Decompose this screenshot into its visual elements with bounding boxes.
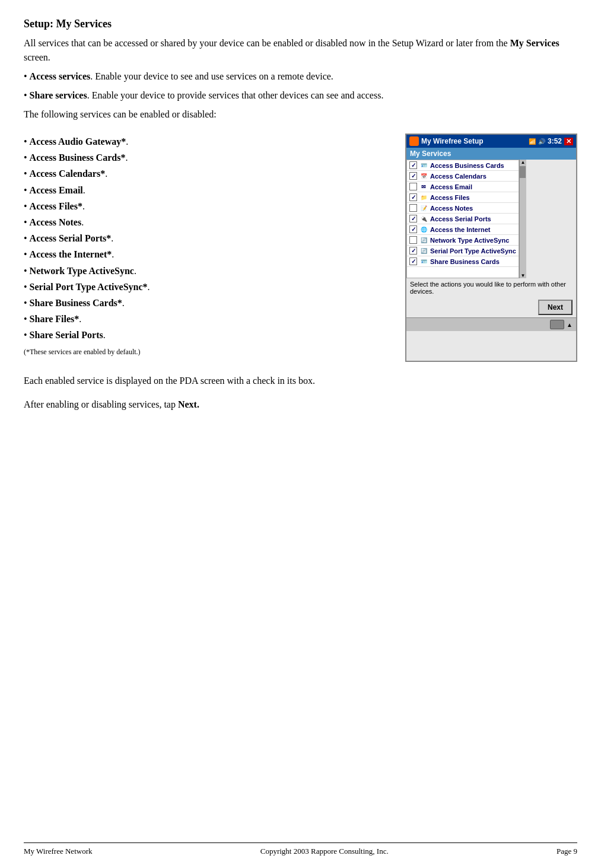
content-area: Access Audio Gateway*.Access Business Ca… bbox=[24, 133, 577, 362]
pda-titlebar-left: My Wirefree Setup bbox=[409, 136, 484, 146]
pda-item-icon-8: 🔄 bbox=[419, 247, 428, 255]
pda-item-label-8: Serial Port Type ActiveSync bbox=[430, 247, 516, 255]
service-bullet-item-2: Access Calendars*. bbox=[24, 166, 393, 182]
pda-item-label-2: Access Email bbox=[430, 183, 472, 190]
my-services-bold: My Services bbox=[510, 38, 559, 48]
service-bullet-item-6: Access Serial Ports*. bbox=[24, 230, 393, 246]
pda-volume-icon: 🔊 bbox=[538, 138, 545, 145]
pda-item-icon-5: 🔌 bbox=[419, 215, 428, 222]
next-bold: Next. bbox=[178, 399, 199, 409]
service-bullet-item-10: Share Business Cards*. bbox=[24, 295, 393, 311]
access-services-label: Access services bbox=[30, 71, 91, 81]
service-bullet-item-8: Network Type ActiveSync. bbox=[24, 263, 393, 279]
pda-screen: My Wirefree Setup 📶 🔊 3:52 ✕ My Services… bbox=[405, 133, 577, 362]
after-text-paragraph: After enabling or disabling services, ta… bbox=[24, 398, 577, 412]
pda-item-label-9: Share Business Cards bbox=[430, 258, 500, 265]
pda-item-label-4: Access Notes bbox=[430, 205, 473, 212]
access-services-text: . Enable your device to see and use serv… bbox=[90, 71, 333, 81]
page-title: Setup: My Services bbox=[24, 18, 577, 30]
pda-checkbox-8[interactable]: ✓ bbox=[409, 247, 417, 255]
service-bullet-item-3: Access Email. bbox=[24, 182, 393, 198]
pda-item-icon-3: 📁 bbox=[419, 193, 428, 201]
pda-keyboard-icon[interactable] bbox=[550, 320, 564, 329]
pda-list-item-4[interactable]: 📝Access Notes bbox=[407, 203, 519, 214]
pda-services-list: ✓🪪Access Business Cards✓📅Access Calendar… bbox=[406, 160, 519, 278]
pda-item-label-0: Access Business Cards bbox=[430, 162, 504, 169]
after-text: After enabling or disabling services, ta… bbox=[24, 399, 178, 409]
pda-network-icon: 📶 bbox=[529, 138, 536, 145]
pda-next-area: Next bbox=[406, 297, 576, 317]
pda-item-icon-4: 📝 bbox=[419, 204, 428, 212]
pda-bottom-bar: ▲ bbox=[406, 317, 576, 331]
pda-item-label-1: Access Calendars bbox=[430, 173, 486, 180]
service-bullet-item-9: Serial Port Type ActiveSync*. bbox=[24, 279, 393, 295]
scrollbar-down-arrow[interactable]: ▼ bbox=[520, 273, 525, 278]
pda-list-item-1[interactable]: ✓📅Access Calendars bbox=[407, 171, 519, 182]
enabled-text: Each enabled service is displayed on the… bbox=[24, 374, 577, 388]
share-services-label: Share services bbox=[30, 90, 87, 100]
pda-item-icon-1: 📅 bbox=[419, 172, 428, 180]
pda-checkbox-5[interactable]: ✓ bbox=[409, 215, 417, 222]
service-bullet-item-0: Access Audio Gateway*. bbox=[24, 133, 393, 150]
pda-item-icon-0: 🪪 bbox=[419, 161, 428, 169]
pda-titlebar-title: My Wirefree Setup bbox=[421, 137, 484, 145]
pda-list-item-8[interactable]: ✓🔄Serial Port Type ActiveSync bbox=[407, 246, 519, 256]
pda-scrollbar[interactable]: ▲ ▼ bbox=[519, 160, 526, 278]
services-bullet-list: Access Audio Gateway*.Access Business Ca… bbox=[24, 133, 393, 343]
pda-next-button[interactable]: Next bbox=[538, 300, 573, 315]
pda-titlebar-right: 📶 🔊 3:52 ✕ bbox=[529, 137, 573, 145]
pda-list-item-7[interactable]: 🔄Network Type ActiveSync bbox=[407, 235, 519, 246]
bullet-share-paragraph: • Share services. Enable your device to … bbox=[24, 88, 577, 103]
pda-checkbox-2[interactable] bbox=[409, 183, 417, 190]
footer-bar: My Wirefree Network Copyright 2003 Rappo… bbox=[24, 842, 577, 856]
service-bullet-item-4: Access Files*. bbox=[24, 198, 393, 214]
scrollbar-up-arrow[interactable]: ▲ bbox=[520, 160, 525, 165]
scrollbar-thumb[interactable] bbox=[520, 166, 526, 178]
pda-list-item-6[interactable]: ✓🌐Access the Internet bbox=[407, 224, 519, 235]
pda-checkbox-7[interactable] bbox=[409, 236, 417, 244]
service-bullet-item-11: Share Files*. bbox=[24, 311, 393, 327]
pda-list-item-3[interactable]: ✓📁Access Files bbox=[407, 192, 519, 203]
pda-item-label-5: Access Serial Ports bbox=[430, 215, 491, 222]
services-list-col: Access Audio Gateway*.Access Business Ca… bbox=[24, 133, 393, 362]
pda-logo-icon bbox=[409, 136, 419, 146]
intro-text-before: All services that can be accessed or sha… bbox=[24, 38, 510, 48]
pda-up-arrow[interactable]: ▲ bbox=[567, 322, 573, 328]
pda-close-icon[interactable]: ✕ bbox=[564, 138, 573, 145]
pda-item-label-7: Network Type ActiveSync bbox=[430, 237, 509, 244]
pda-checkbox-0[interactable]: ✓ bbox=[409, 161, 417, 169]
pda-checkbox-4[interactable] bbox=[409, 204, 417, 212]
share-services-text: . Enable your device to provide services… bbox=[87, 90, 384, 100]
pda-item-icon-7: 🔄 bbox=[419, 236, 428, 244]
bullet-access-paragraph: • Access services. Enable your device to… bbox=[24, 69, 577, 84]
pda-item-label-3: Access Files bbox=[430, 194, 470, 201]
pda-list-item-0[interactable]: ✓🪪Access Business Cards bbox=[407, 160, 519, 171]
service-bullet-item-1: Access Business Cards*. bbox=[24, 150, 393, 166]
pda-item-icon-9: 🪪 bbox=[419, 257, 428, 265]
pda-item-icon-2: ✉ bbox=[419, 183, 428, 190]
pda-item-label-6: Access the Internet bbox=[430, 226, 490, 233]
footer-center: Copyright 2003 Rappore Consulting, Inc. bbox=[260, 847, 389, 856]
pda-list-item-2[interactable]: ✉Access Email bbox=[407, 182, 519, 192]
intro-text-after: screen. bbox=[24, 52, 50, 62]
pda-list-item-9[interactable]: ✓🪪Share Business Cards bbox=[407, 256, 519, 267]
pda-section-header: My Services bbox=[406, 148, 576, 160]
service-bullet-item-12: Share Serial Ports. bbox=[24, 327, 393, 343]
pda-checkbox-1[interactable]: ✓ bbox=[409, 172, 417, 180]
pda-checkbox-3[interactable]: ✓ bbox=[409, 193, 417, 201]
service-bullet-item-5: Access Notes. bbox=[24, 214, 393, 230]
footer-left: My Wirefree Network bbox=[24, 847, 92, 856]
pda-list-item-5[interactable]: ✓🔌Access Serial Ports bbox=[407, 214, 519, 224]
pda-footer-text: Select the actions you would like to per… bbox=[406, 278, 576, 297]
pda-time: 3:52 bbox=[548, 137, 562, 145]
footnote: (*These services are enabled by default.… bbox=[24, 346, 393, 357]
pda-list-container: ✓🪪Access Business Cards✓📅Access Calendar… bbox=[406, 160, 576, 278]
pda-titlebar: My Wirefree Setup 📶 🔊 3:52 ✕ bbox=[406, 135, 576, 148]
footer-right: Page 9 bbox=[557, 847, 577, 856]
service-bullet-item-7: Access the Internet*. bbox=[24, 246, 393, 262]
pda-checkbox-9[interactable]: ✓ bbox=[409, 257, 417, 265]
pda-item-icon-6: 🌐 bbox=[419, 225, 428, 233]
following-text: The following services can be enabled or… bbox=[24, 107, 577, 122]
intro-paragraph: All services that can be accessed or sha… bbox=[24, 36, 577, 65]
pda-checkbox-6[interactable]: ✓ bbox=[409, 225, 417, 233]
